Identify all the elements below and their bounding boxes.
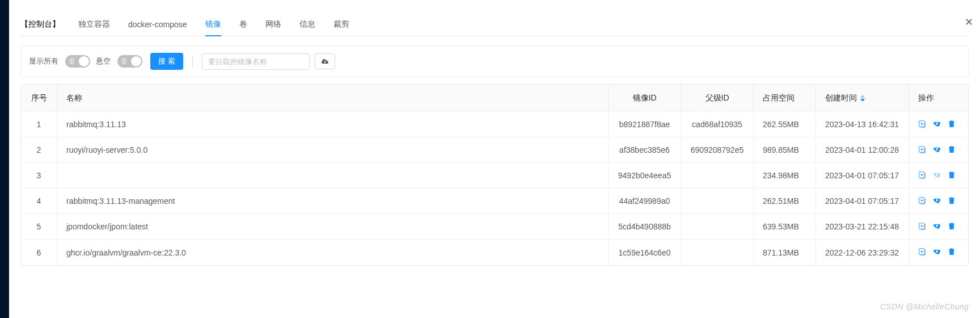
run-container-icon[interactable] [918,196,926,206]
cell-image-id: 9492b0e4eea5 [609,163,681,188]
tab-info[interactable]: 信息 [299,14,315,36]
cloud-download-icon [321,57,329,65]
search-button[interactable]: 搜 索 [150,53,183,70]
cloud-upload-icon[interactable] [933,248,941,257]
table-row: 5jpomdocker/jpom:latest5cd4b490888b639.5… [21,214,968,240]
toolbar: 显示所有 否 悬空 否 搜 索 [20,45,969,77]
cell-ops [909,240,968,265]
cell-created: 2023-04-13 16:42:31 [816,112,909,137]
show-all-switch[interactable]: 否 [65,55,90,68]
delete-icon[interactable] [948,145,956,155]
table-row: 1rabbitmq:3.11.13b8921887f8aecad68af1093… [21,112,968,137]
delete-icon[interactable] [948,120,956,129]
cloud-upload-icon[interactable] [933,145,941,155]
cell-name: rabbitmq:3.11.13-management [57,189,609,214]
cell-ops [909,163,968,188]
cell-created: 2023-03-21 22:15:48 [816,214,909,239]
cell-parent-id [681,163,754,188]
run-container-icon[interactable] [918,120,926,129]
console-title: 【控制台】 [20,14,60,36]
cell-parent-id [681,189,754,214]
cell-idx: 2 [21,137,57,162]
cloud-upload-icon[interactable] [933,120,941,129]
cell-ops [909,214,968,239]
sidebar [0,0,9,318]
cell-name [57,163,609,188]
show-all-label: 显示所有 [29,56,58,66]
cell-size: 639.53MB [754,214,816,239]
cell-size: 871.13MB [754,240,816,265]
cell-created: 2023-04-01 07:05:17 [816,163,909,188]
tab-volumes[interactable]: 卷 [239,14,247,36]
run-container-icon[interactable] [918,248,926,257]
cell-idx: 6 [21,240,57,265]
cell-image-id: af38bec385e6 [609,137,681,162]
tab-prune[interactable]: 裁剪 [333,14,349,36]
table-row: 6ghcr.io/graalvm/graalvm-ce:22.3.01c59e1… [21,240,968,265]
cell-name: ghcr.io/graalvm/graalvm-ce:22.3.0 [57,240,609,265]
col-ops: 操作 [909,85,968,111]
cell-parent-id [681,240,754,265]
col-created[interactable]: 创建时间 [816,85,909,111]
cell-parent-id: 6909208792e5 [681,137,754,162]
tab-docker-compose[interactable]: docker-compose [128,14,187,36]
cell-idx: 3 [21,163,57,188]
cell-image-id: 5cd4b490888b [609,214,681,239]
main-panel: ✕ 【控制台】 独立容器 docker-compose 镜像 卷 网络 信息 裁… [9,0,980,318]
tab-networks[interactable]: 网络 [265,14,281,36]
table-row: 39492b0e4eea5234.98MB2023-04-01 07:05:17 [21,163,968,189]
cloud-upload-icon[interactable] [933,196,941,206]
cell-created: 2022-12-06 23:29:32 [816,240,909,265]
watermark: CSDN @MichelleChung [880,302,969,311]
run-container-icon[interactable] [918,222,926,232]
run-container-icon[interactable] [918,171,926,181]
cell-created: 2023-04-01 12:00:28 [816,137,909,162]
table-row: 2ruoyi/ruoyi-server:5.0.0af38bec385e6690… [21,137,968,163]
cell-idx: 1 [21,112,57,137]
cell-size: 234.98MB [754,163,816,188]
cell-name: ruoyi/ruoyi-server:5.0.0 [57,137,609,162]
col-idx: 序号 [21,85,57,111]
pull-image-button[interactable] [315,53,335,69]
col-size: 占用空间 [754,85,816,111]
cloud-upload-icon[interactable] [933,222,941,232]
pull-image-input[interactable] [202,53,310,70]
cell-size: 262.55MB [754,112,816,137]
cell-created: 2023-04-01 07:05:17 [816,189,909,214]
divider [192,55,193,68]
table-header: 序号 名称 镜像ID 父级ID 占用空间 创建时间 操作 [21,85,968,112]
cell-image-id: b8921887f8ae [609,112,681,137]
tab-images[interactable]: 镜像 [205,14,221,36]
cell-image-id: 44af249989a0 [609,189,681,214]
delete-icon[interactable] [948,196,956,206]
sort-icon [860,95,865,102]
cell-size: 262.51MB [754,189,816,214]
col-image-id: 镜像ID [609,85,681,111]
cloud-upload-icon [933,171,941,181]
tab-container[interactable]: 独立容器 [78,14,110,36]
table-body: 1rabbitmq:3.11.13b8921887f8aecad68af1093… [21,112,968,265]
cell-parent-id: cad68af10935 [681,112,754,137]
cell-idx: 4 [21,189,57,214]
tab-bar: 【控制台】 独立容器 docker-compose 镜像 卷 网络 信息 裁剪 [20,14,969,36]
cell-parent-id [681,214,754,239]
cell-ops [909,137,968,162]
col-name: 名称 [57,85,609,111]
run-container-icon[interactable] [918,145,926,155]
cell-name: jpomdocker/jpom:latest [57,214,609,239]
cell-size: 989.85MB [754,137,816,162]
col-parent-id: 父级ID [681,85,754,111]
cell-name: rabbitmq:3.11.13 [57,112,609,137]
images-table: 序号 名称 镜像ID 父级ID 占用空间 创建时间 操作 1rabbitmq:3… [20,84,969,266]
dangling-switch[interactable]: 否 [117,55,142,68]
delete-icon[interactable] [948,171,956,181]
cell-idx: 5 [21,214,57,239]
cell-ops [909,189,968,214]
dangling-label: 悬空 [96,56,111,66]
cell-ops [909,112,968,137]
delete-icon[interactable] [948,222,956,232]
delete-icon[interactable] [948,248,956,257]
cell-image-id: 1c59e164c6e0 [609,240,681,265]
table-row: 4rabbitmq:3.11.13-management44af249989a0… [21,189,968,214]
close-icon[interactable]: ✕ [965,16,973,28]
